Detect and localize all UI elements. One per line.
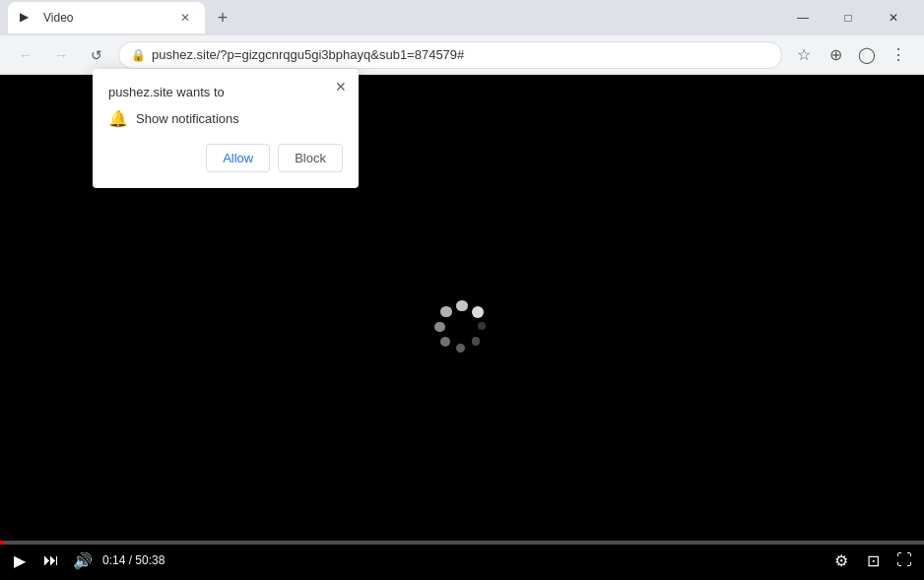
window-controls: — □ ✕ xyxy=(780,0,916,35)
extensions-button[interactable]: ⊕ xyxy=(822,41,849,69)
new-tab-button[interactable]: + xyxy=(209,4,236,32)
permission-text: Show notifications xyxy=(136,111,239,126)
url-bar[interactable]: 🔒 pushez.site/?p=gizgcnrqgu5gi3bphayq&su… xyxy=(118,41,782,69)
reload-button[interactable]: ↺ xyxy=(83,41,110,69)
progress-fill xyxy=(0,541,4,545)
tab-favicon: ▶ xyxy=(20,10,35,26)
title-bar: ▶ Video ✕ + — □ ✕ xyxy=(0,0,924,35)
notification-popup: ✕ pushez.site wants to 🔔 Show notificati… xyxy=(93,69,359,188)
bell-icon: 🔔 xyxy=(108,109,128,128)
lock-icon: 🔒 xyxy=(131,48,146,62)
progress-bar[interactable] xyxy=(0,541,924,545)
toolbar-icons: ☆ ⊕ ◯ ⋮ xyxy=(790,41,912,69)
next-button[interactable]: ⏭ xyxy=(39,548,63,572)
miniplayer-button[interactable]: ⊡ xyxy=(861,548,885,572)
menu-button[interactable]: ⋮ xyxy=(885,41,912,69)
volume-button[interactable]: 🔊 xyxy=(71,548,95,572)
back-button[interactable]: ← xyxy=(12,41,39,69)
loading-spinner xyxy=(432,298,492,357)
allow-button[interactable]: Allow xyxy=(206,144,270,172)
bookmark-button[interactable]: ☆ xyxy=(790,41,818,69)
popup-buttons: Allow Block xyxy=(108,144,343,172)
tab-title: Video xyxy=(43,11,73,25)
tab-close-button[interactable]: ✕ xyxy=(177,10,193,26)
settings-button[interactable]: ⚙ xyxy=(829,548,853,572)
profile-button[interactable]: ◯ xyxy=(853,41,881,69)
popup-permission: 🔔 Show notifications xyxy=(108,109,343,128)
video-controls: ▶ ⏭ 🔊 0:14 / 50:38 ⚙ ⊡ ⛶ xyxy=(0,541,924,580)
browser-tab[interactable]: ▶ Video ✕ xyxy=(8,2,205,33)
block-button[interactable]: Block xyxy=(278,144,343,172)
popup-title: pushez.site wants to xyxy=(108,85,343,99)
time-display: 0:14 / 50:38 xyxy=(102,553,165,567)
minimize-button[interactable]: — xyxy=(780,0,825,35)
fullscreen-button[interactable]: ⛶ xyxy=(892,548,916,572)
play-button[interactable]: ▶ xyxy=(8,548,32,572)
browser-window: ▶ Video ✕ + — □ ✕ ← → ↺ 🔒 pushez.site/?p… xyxy=(0,0,924,580)
forward-button[interactable]: → xyxy=(47,41,75,69)
maximize-button[interactable]: □ xyxy=(825,0,871,35)
close-button[interactable]: ✕ xyxy=(871,0,916,35)
popup-close-button[interactable]: ✕ xyxy=(331,77,351,97)
url-text: pushez.site/?p=gizgcnrqgu5gi3bphayq&sub1… xyxy=(152,47,769,62)
